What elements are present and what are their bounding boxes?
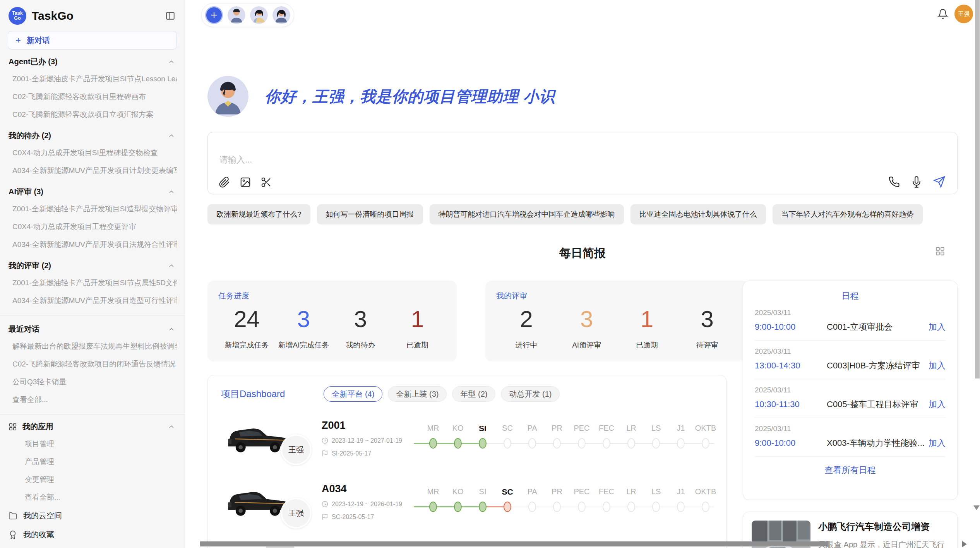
stat-overdue: 1 已逾期 (389, 306, 446, 350)
list-item[interactable]: A034-全新新能源MUV产品开发项目计划变更表编写 (8, 162, 177, 180)
tab-new-body[interactable]: 全新上装 (3) (388, 386, 447, 402)
suggestion-chip[interactable]: 如何写一份清晰的项目周报 (317, 204, 423, 224)
sidebar-item-product-mgmt[interactable]: 产品管理 (8, 453, 177, 471)
folder-icon (9, 512, 17, 520)
chevron-up-icon[interactable] (168, 58, 175, 66)
sidebar-item-cloud-space[interactable]: 我的云空间 (8, 506, 177, 525)
sidebar-item-change-mgmt[interactable]: 变更管理 (8, 471, 177, 488)
join-link[interactable]: 加入 (929, 321, 946, 333)
divider (0, 414, 185, 414)
add-agent-button[interactable] (205, 6, 223, 24)
attachment-icon[interactable] (219, 176, 230, 188)
dashboard-tabs: 全新平台 (4) 全新上装 (3) 年型 (2) 动总开发 (1) (324, 386, 560, 402)
milestone-dot (677, 502, 685, 512)
tab-new-platform[interactable]: 全新平台 (4) (324, 386, 382, 402)
sidebar-item-view-all-apps[interactable]: 查看全部... (8, 488, 177, 506)
list-item[interactable]: 解释最新出台的欧盟报废车法规再生塑料比例被调至15%... (8, 337, 177, 355)
agent-avatar-1[interactable] (228, 6, 245, 24)
project-name[interactable]: A034 (322, 483, 418, 495)
schedule-event-name[interactable]: C005-整车工程目标评审 (827, 399, 929, 410)
milestone-dot (603, 502, 610, 512)
milestone-label: SC (495, 424, 520, 433)
send-icon[interactable] (933, 176, 946, 188)
milestone-timeline: MR KO SI SC PA PR PEC FEC LR LS J1 OKTB (421, 487, 718, 516)
section-my-todo[interactable]: 我的待办 (2) (8, 123, 177, 144)
notification-bell-icon[interactable] (937, 9, 948, 19)
suggestion-chip[interactable]: 当下年轻人对汽车外观有怎样的喜好趋势 (773, 204, 923, 224)
list-item[interactable]: 公司Q3轻卡销量 (8, 373, 177, 391)
milestone-label: FEC (594, 487, 619, 497)
milestone-dot (627, 438, 635, 449)
sidebar-item-project-mgmt[interactable]: 项目管理 (8, 435, 177, 453)
layout-grid-icon[interactable] (935, 246, 945, 256)
flag-icon (322, 450, 328, 457)
section-agent-done[interactable]: Agent已办 (3) (8, 50, 177, 70)
sidebar-item-favorites[interactable]: 我的收藏 (8, 525, 177, 544)
view-all-schedule-link[interactable]: 查看所有日程 (755, 464, 946, 476)
tab-powertrain[interactable]: 动总开发 (1) (501, 386, 560, 402)
suggestion-chip[interactable]: 比亚迪全固态电池计划具体说了什么 (630, 204, 766, 224)
list-item[interactable]: A034-全新新能源MUV产品开发项目造型可行性评审 (8, 292, 177, 310)
schedule-title: 日程 (755, 290, 946, 302)
voice-call-icon[interactable] (888, 176, 900, 188)
schedule-event-name[interactable]: C001-立项审批会 (827, 321, 929, 333)
milestone-dot (553, 502, 561, 512)
project-name[interactable]: Z001 (322, 420, 418, 432)
chevron-up-icon[interactable] (168, 262, 175, 270)
sidebar-collapse-icon[interactable] (164, 10, 176, 22)
scroll-down-arrow[interactable] (973, 505, 980, 510)
schedule-date: 2025/03/11 (755, 347, 946, 356)
composer-placeholder[interactable]: 请输入... (219, 154, 946, 166)
microphone-icon[interactable] (911, 176, 922, 188)
tab-year-model[interactable]: 年型 (2) (452, 386, 495, 402)
suggestion-chip[interactable]: 特朗普可能对进口汽车增税会对中国车企造成哪些影响 (430, 204, 624, 224)
list-item[interactable]: C02-飞腾新能源轻客改款项目立项汇报方案 (8, 106, 177, 123)
chevron-up-icon[interactable] (168, 188, 175, 196)
milestone-dot (677, 438, 685, 449)
news-title[interactable]: 小鹏飞行汽车制造公司增资 (818, 521, 949, 533)
list-item[interactable]: C02-飞腾新能源轻客改款项目里程碑画布 (8, 88, 177, 106)
milestone-dot (578, 502, 586, 512)
schedule-item: 2025/03/11 13:00-14:30 C003|H0B-方案冻结评审 加… (755, 341, 946, 379)
section-recent-chats[interactable]: 最近对话 (8, 317, 177, 337)
section-my-apps[interactable]: 我的应用 (8, 416, 177, 435)
schedule-event-name[interactable]: X003-车辆动力学性能验... (827, 437, 929, 449)
milestone-dot (528, 502, 536, 512)
list-item[interactable]: Z001-全新燃油轻卡产品开发项目SI造型提交物评审 (8, 200, 177, 218)
horizontal-scrollbar-thumb[interactable] (200, 541, 828, 546)
project-owner-badge[interactable]: 王强 (281, 498, 312, 529)
list-item[interactable]: C02-飞腾新能源轻客改款项目的闭环通告反馈情况 (8, 355, 177, 373)
list-item[interactable]: Z001-全新燃油皮卡产品开发项目SI节点Lesson Learn报告 (8, 70, 177, 88)
stat-in-progress: 2 进行中 (496, 306, 557, 350)
stat-value: 1 (617, 306, 677, 332)
join-link[interactable]: 加入 (929, 360, 946, 372)
project-owner-badge[interactable]: 王强 (281, 434, 312, 465)
scroll-right-arrow[interactable] (962, 541, 967, 547)
list-item[interactable]: A034-全新新能源MUV产品开发项目法规符合性评审 (8, 236, 177, 253)
list-item[interactable]: C0X4-动力总成开发项目工程变更评审 (8, 218, 177, 236)
new-chat-button[interactable]: 新对话 (8, 31, 177, 50)
list-item-view-all[interactable]: 查看全部... (8, 391, 177, 409)
section-ai-review[interactable]: AI评审 (3) (8, 180, 177, 200)
project-dates: 2023-12-19 ~ 2027-01-19 (332, 437, 402, 444)
list-item[interactable]: Z001-全新燃油轻卡产品开发项目SI节点属性5D文件评审 (8, 274, 177, 292)
image-upload-icon[interactable] (240, 176, 251, 188)
chevron-up-icon[interactable] (168, 132, 175, 140)
vertical-scrollbar-thumb[interactable] (975, 0, 980, 378)
chevron-up-icon[interactable] (168, 423, 175, 431)
list-item[interactable]: C0X4-动力总成开发项目SI里程碑提交物检查 (8, 144, 177, 162)
agent-avatar-2[interactable] (250, 6, 268, 24)
new-chat-label: 新对话 (27, 35, 50, 46)
join-link[interactable]: 加入 (929, 437, 946, 449)
section-my-review[interactable]: 我的评审 (2) (8, 253, 177, 274)
join-link[interactable]: 加入 (929, 399, 946, 410)
screenshot-scissors-icon[interactable] (260, 176, 272, 188)
chat-composer[interactable]: 请输入... (207, 132, 958, 194)
schedule-event-name[interactable]: C003|H0B-方案冻结评审 (827, 360, 929, 372)
agent-avatar-3[interactable] (272, 6, 290, 24)
project-info: A034 2023-12-19 ~ 2026-01-19 SC-2025-05-… (322, 483, 418, 521)
milestone-label: FEC (594, 424, 619, 433)
chevron-up-icon[interactable] (168, 325, 175, 333)
suggestion-chip[interactable]: 欧洲新规最近颁布了什么? (207, 204, 310, 224)
user-avatar[interactable]: 王强 (954, 5, 973, 23)
